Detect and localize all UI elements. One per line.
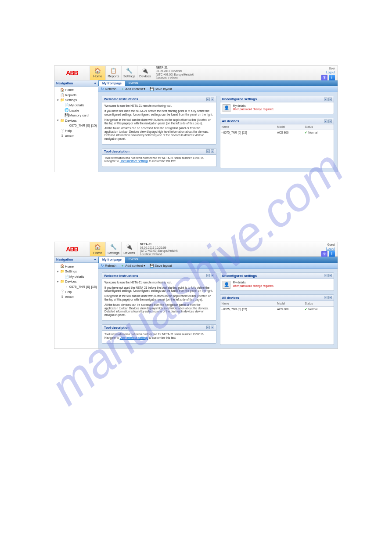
welcome-p2: If you have not used the NETA-21 before … [104, 109, 214, 116]
nav-item-locale[interactable]: 🌐Locale [54, 108, 98, 113]
tree-node-icon: ▫ [65, 285, 68, 289]
navigation-header: Navigation « [54, 257, 98, 263]
panel-close-icon[interactable]: × [328, 274, 332, 277]
logout-link[interactable]: Logout [326, 71, 335, 74]
panel-minimize-icon[interactable]: – [324, 98, 327, 101]
tree-node-label: My details [69, 103, 84, 107]
tree-node-label: My details [69, 275, 84, 279]
nav-item-help[interactable]: ❔Help [54, 128, 98, 134]
panel-minimize-icon[interactable]: – [324, 274, 327, 277]
welcome-title: Welcome instructions [104, 274, 138, 278]
tree-node-icon: ℹ [60, 295, 64, 299]
panel-minimize-icon[interactable]: – [206, 326, 210, 329]
nav-item-settings[interactable]: ▾📁Settings [54, 269, 98, 274]
panel-close-icon[interactable]: × [328, 98, 332, 101]
tree-node-label: Devices [65, 119, 77, 123]
panel-minimize-icon[interactable]: – [324, 120, 327, 123]
panel-minimize-icon[interactable]: – [206, 149, 210, 153]
toolbar-btn-home[interactable]: 🏠Home [90, 242, 105, 256]
nav-item-0075-7nr-0-15-[interactable]: ▫0075_7NR {0} {15} [54, 284, 98, 290]
alldevices-title: All devices [222, 119, 239, 123]
nav-item-reports[interactable]: 📋Reports [54, 93, 98, 98]
help-icon[interactable]: ? [321, 251, 327, 257]
col-status[interactable]: Status [303, 301, 334, 306]
reports-icon: 📋 [110, 68, 117, 74]
tree-node-icon: 📄 [65, 103, 68, 108]
panel-minimize-icon[interactable]: – [206, 274, 210, 277]
col-status[interactable]: Status [303, 124, 334, 130]
tab-frontpage[interactable]: My frontpage [99, 81, 125, 86]
col-name[interactable]: Name [220, 301, 276, 306]
add-content-button[interactable]: ＋Add content▾ [121, 87, 145, 91]
nav-item-about[interactable]: ℹAbout [54, 133, 98, 138]
device-row[interactable]: ▫ 0075_7NR {0} {15} ACS 800 ✔ Normal [220, 130, 334, 135]
unconf-title: Unconfigured settings [222, 274, 257, 278]
tree-node-label: Help [65, 290, 72, 294]
info-icon[interactable]: i [329, 75, 335, 81]
tree-node-icon: 🏠 [60, 264, 64, 268]
welcome-p1: Welcome to use the NETA-21 remote monito… [104, 104, 214, 108]
toolbar-btn-settings[interactable]: 🔧Settings [105, 242, 121, 256]
toolbar-btn-devices[interactable]: 🔌Devices [121, 242, 137, 256]
chevron-down-icon: ▾ [144, 87, 145, 91]
col-model[interactable]: Model [276, 124, 303, 130]
device-row[interactable]: ▫ 0075_7NR {0} {15} ACS 800 ✔ Normal [220, 306, 334, 312]
expand-icon: ▾ [56, 280, 59, 283]
nav-collapse-icon[interactable]: « [94, 258, 96, 261]
nav-item-devices[interactable]: ▾📁Devices [54, 118, 98, 123]
refresh-button[interactable]: ↻Refresh [101, 87, 116, 91]
nav-item-about[interactable]: ℹAbout [54, 294, 98, 300]
nav-item-settings[interactable]: ▾📁Settings [54, 98, 98, 103]
toolbar-btn-home[interactable]: 🏠Home [90, 66, 105, 80]
nav-item-home[interactable]: 🏠Home [54, 264, 98, 269]
logout-link[interactable]: Logout [326, 247, 335, 250]
help-icon[interactable]: ? [321, 75, 327, 81]
nav-item-my-details[interactable]: 📄My details [54, 274, 98, 279]
expand-icon: ▾ [56, 98, 59, 102]
toolbar-btn-reports[interactable]: 📋Reports [105, 66, 121, 80]
panel-minimize-icon[interactable]: – [206, 98, 210, 101]
tab-events[interactable]: Events [125, 80, 141, 86]
tab-frontpage[interactable]: My frontpage [99, 257, 125, 262]
panel-close-icon[interactable]: × [211, 326, 214, 329]
tree-node-icon: 🏠 [60, 88, 64, 92]
tree-node-icon: ℹ [60, 134, 64, 138]
home-icon: 🏠 [94, 244, 101, 250]
nav-item-memory-card[interactable]: 💾Memory card [54, 113, 98, 118]
col-model[interactable]: Model [276, 301, 303, 306]
tooldesc-title: Tool description [104, 149, 129, 153]
ui-settings-link[interactable]: User interface settings [120, 336, 148, 339]
panel-close-icon[interactable]: × [211, 274, 214, 277]
panel-close-icon[interactable]: × [211, 98, 214, 101]
save-layout-button[interactable]: 💾Save layout [150, 264, 172, 268]
nav-item-home[interactable]: 🏠Home [54, 87, 98, 93]
nav-item-help[interactable]: ❔Help [54, 289, 98, 294]
nav-collapse-icon[interactable]: « [94, 81, 96, 85]
panel-close-icon[interactable]: × [328, 296, 332, 299]
save-layout-button[interactable]: 💾Save layout [150, 87, 172, 91]
add-content-button[interactable]: ＋Add content▾ [121, 264, 145, 268]
check-icon: ✔ [305, 308, 307, 311]
tab-events[interactable]: Events [125, 257, 141, 262]
panel-close-icon[interactable]: × [211, 149, 214, 153]
mydetails-label: My details [233, 281, 274, 284]
panel-minimize-icon[interactable]: – [324, 296, 327, 299]
tree-node-label: Devices [65, 279, 77, 283]
nav-item-devices[interactable]: ▾📁Devices [54, 279, 98, 284]
refresh-button[interactable]: ↻Refresh [101, 264, 116, 268]
password-warning: User password change required. [233, 284, 274, 288]
nav-item-my-details[interactable]: 📄My details [54, 103, 98, 108]
toolbar-buttons-2: 🏠Home🔧Settings🔌Devices [90, 242, 137, 256]
panel-close-icon[interactable]: × [328, 120, 332, 123]
tree-node-icon: ❔ [60, 129, 64, 133]
ui-settings-link[interactable]: User interface settings [120, 160, 148, 163]
brand-logo: ABB [54, 242, 90, 256]
col-name[interactable]: Name [220, 124, 276, 130]
info-icon[interactable]: i [329, 251, 335, 257]
tree-node-label: Memory card [69, 113, 89, 117]
expand-icon: ▾ [56, 270, 59, 273]
tree-node-label: Locale [69, 109, 79, 112]
toolbar-btn-settings[interactable]: 🔧Settings [121, 66, 137, 80]
nav-item-0075-7nr-0-15-[interactable]: ▫0075_7NR {0} {15} [54, 123, 98, 128]
toolbar-btn-devices[interactable]: 🔌Devices [137, 66, 153, 80]
